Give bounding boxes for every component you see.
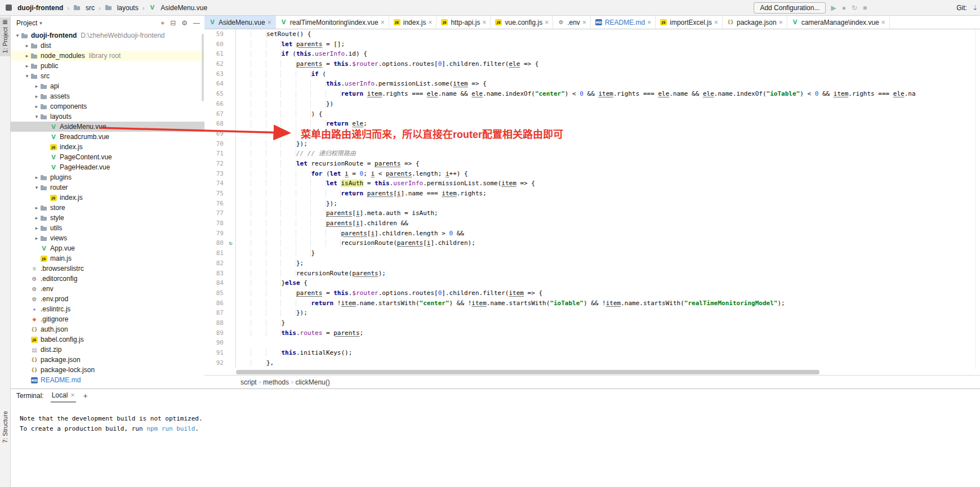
add-terminal-icon[interactable]: + <box>83 391 87 400</box>
tree-item-index.js[interactable]: index.js <box>11 193 204 203</box>
tree-item-style[interactable]: ▸style <box>11 213 204 223</box>
code-line-79[interactable]: 79 parents[i].children.length > 0 && <box>204 229 980 239</box>
code-line-88[interactable]: 88 } <box>204 318 980 328</box>
tree-item-components[interactable]: ▸components <box>11 101 204 111</box>
breadcrumb-item-src[interactable]: src <box>72 3 96 12</box>
tree-item-index.js[interactable]: index.js <box>11 142 204 152</box>
chevron-down-icon[interactable]: ▾ <box>39 20 42 26</box>
close-icon[interactable]: × <box>482 19 487 26</box>
tree-item-assets[interactable]: ▸assets <box>11 91 204 101</box>
close-icon[interactable]: × <box>714 19 719 26</box>
code-line-91[interactable]: 91 this.initialKeys(); <box>204 348 980 358</box>
code-line-68[interactable]: 68 return ele; <box>204 119 980 129</box>
tree-item-babel.config.js[interactable]: babel.config.js <box>11 334 204 345</box>
code-line-66[interactable]: 66 }) <box>204 99 980 109</box>
vcs-update-icon[interactable]: ⇣ <box>972 4 978 12</box>
chevron-right-icon[interactable]: ▸ <box>33 83 40 89</box>
breadcrumb-item-AsideMenu.vue[interactable]: AsideMenu.vue <box>146 3 209 12</box>
project-scrollbar[interactable] <box>202 34 204 101</box>
code-line-92[interactable]: 92 }, <box>204 358 980 368</box>
tree-item-main.js[interactable]: main.js <box>11 253 204 263</box>
tree-item-dist[interactable]: ▸dist <box>11 41 204 51</box>
chevron-right-icon[interactable]: ▸ <box>33 205 40 211</box>
code-breadcrumb-script[interactable]: script <box>240 378 257 386</box>
close-icon[interactable]: × <box>267 19 272 26</box>
close-icon[interactable]: × <box>778 19 783 26</box>
code-line-61[interactable]: 61 if (this.userInfo.id) { <box>204 49 980 59</box>
code-breadcrumb-methods[interactable]: methods <box>263 378 289 386</box>
chevron-right-icon[interactable]: ▸ <box>24 63 30 69</box>
code-line-60[interactable]: 60 let parents = []; <box>204 39 980 50</box>
editor-vertical-scrollbar[interactable] <box>975 29 980 369</box>
tree-item-.env[interactable]: .env <box>11 284 204 294</box>
collapse-all-icon[interactable]: ⊟ <box>170 19 176 27</box>
editor-tab-http-api.js[interactable]: http-api.js× <box>436 16 491 29</box>
chevron-down-icon[interactable]: ▾ <box>33 114 40 119</box>
tree-item-router[interactable]: ▾router <box>11 182 204 193</box>
code-line-62[interactable]: 62 parents = this.$router.options.routes… <box>204 59 980 69</box>
project-panel-title[interactable]: Project <box>16 19 37 27</box>
add-configuration-button[interactable]: Add Configuration... <box>754 2 826 14</box>
code-line-59[interactable]: 59 setRoute() { <box>204 29 980 39</box>
code-line-65[interactable]: 65 return item.rights === ele.name && el… <box>204 89 980 99</box>
tree-item-plugins[interactable]: ▸plugins <box>11 172 204 182</box>
code-line-86[interactable]: 86 return !item.name.startsWith("center"… <box>204 298 980 309</box>
code-line-90[interactable]: 90 <box>204 338 980 348</box>
code-line-87[interactable]: 87 }); <box>204 308 980 318</box>
code-line-73[interactable]: 73 for (let i = 0; i < parents.length; i… <box>204 169 980 179</box>
editor-tab-package.json[interactable]: package.json× <box>723 16 787 29</box>
code-line-85[interactable]: 85 parents = this.$router.options.routes… <box>204 288 980 298</box>
code-line-63[interactable]: 63 if ( <box>204 69 980 79</box>
tree-item-layouts[interactable]: ▾layouts <box>11 111 204 122</box>
close-icon[interactable]: × <box>647 19 652 26</box>
code-line-84[interactable]: 84 }else { <box>204 278 980 288</box>
chevron-right-icon[interactable]: ▸ <box>33 93 40 99</box>
tree-item-.eslintrc.js[interactable]: .eslintrc.js <box>11 304 204 314</box>
chevron-right-icon[interactable]: ▸ <box>24 53 30 59</box>
breadcrumb-item-duoji-frontend[interactable]: duoji-frontend <box>3 3 65 12</box>
editor-horizontal-scrollbar[interactable] <box>236 370 974 374</box>
close-icon[interactable]: × <box>582 19 587 26</box>
chevron-right-icon[interactable]: ▸ <box>33 104 40 109</box>
code-line-76[interactable]: 76 }); <box>204 199 980 209</box>
tree-item-Breadcrumb.vue[interactable]: Breadcrumb.vue <box>11 132 204 142</box>
terminal-output[interactable]: Note that the development build is not o… <box>11 403 980 434</box>
chevron-down-icon[interactable]: ▾ <box>24 73 30 79</box>
code-line-75[interactable]: 75 return parents[i].name === item.right… <box>204 189 980 199</box>
sync-icon[interactable]: ↻ <box>852 5 857 11</box>
editor-tab-realTimeMonitoring\index.vue[interactable]: realTimeMonitoring\index.vue× <box>276 16 389 29</box>
tree-item-store[interactable]: ▸store <box>11 203 204 213</box>
tree-item-README.md[interactable]: README.md <box>11 375 204 385</box>
debug-icon[interactable]: ● <box>842 5 846 11</box>
chevron-right-icon[interactable]: ▸ <box>33 225 40 231</box>
code-line-67[interactable]: 67 ) { <box>204 109 980 119</box>
code-line-81[interactable]: 81 } <box>204 248 980 258</box>
tree-item-PageContent.vue[interactable]: PageContent.vue <box>11 152 204 162</box>
settings-icon[interactable]: ⚙ <box>181 19 188 27</box>
close-icon[interactable]: × <box>380 19 385 26</box>
run-icon[interactable]: ▶ <box>831 5 836 11</box>
tree-item-duoji-frontend[interactable]: ▾duoji-frontendD:\zheheWeb\duoji-fronten… <box>11 30 204 41</box>
code-line-64[interactable]: 64 this.userInfo.permissionList.some(ite… <box>204 79 980 89</box>
project-tool-button[interactable]: ▦ 1: Project <box>0 17 10 56</box>
scrollbar-thumb[interactable] <box>236 370 819 374</box>
tree-item-node_modules[interactable]: ▸node_moduleslibrary root <box>11 51 204 61</box>
code-line-74[interactable]: 74 let isAuth = this.userInfo.permission… <box>204 178 980 189</box>
chevron-right-icon[interactable]: ▸ <box>33 235 40 241</box>
editor-tab-AsideMenu.vue[interactable]: AsideMenu.vue× <box>204 16 276 29</box>
close-icon[interactable]: × <box>544 19 549 26</box>
tree-item-package-lock.json[interactable]: package-lock.json <box>11 365 204 375</box>
structure-tool-button[interactable]: 7: Structure <box>0 411 10 443</box>
hide-icon[interactable]: — <box>193 19 200 27</box>
tree-item-views[interactable]: ▸views <box>11 233 204 243</box>
code-line-70[interactable]: 70 }); <box>204 139 980 149</box>
chevron-down-icon[interactable]: ▾ <box>33 185 40 190</box>
tree-item-src[interactable]: ▾src <box>11 71 204 81</box>
tree-item-dist.zip[interactable]: dist.zip <box>11 345 204 355</box>
editor-tab-vue.config.js[interactable]: vue.config.js× <box>491 16 553 29</box>
tree-item-public[interactable]: ▸public <box>11 61 204 71</box>
tree-item-.gitignore[interactable]: .gitignore <box>11 314 204 324</box>
editor-tab-importExcel.js[interactable]: importExcel.js× <box>656 16 723 29</box>
editor-tab-cameraManage\index.vue[interactable]: cameraManage\index.vue× <box>787 16 890 29</box>
code-line-82[interactable]: 82 }; <box>204 258 980 269</box>
